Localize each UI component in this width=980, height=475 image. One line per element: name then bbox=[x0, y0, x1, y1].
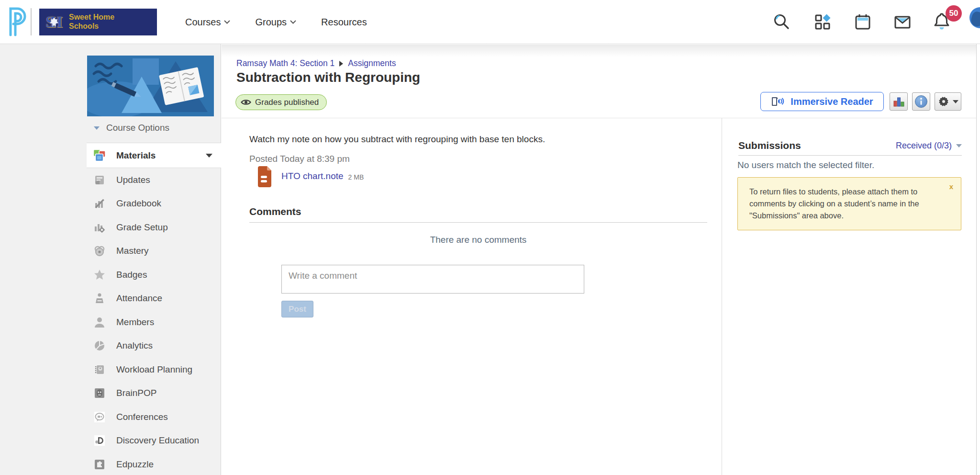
breadcrumb-assignments-link[interactable]: Assignments bbox=[348, 58, 396, 68]
content-panel-divider bbox=[722, 118, 722, 475]
breadcrumb-separator-icon bbox=[339, 61, 343, 67]
attachment-size: 2 MB bbox=[348, 173, 364, 181]
header-content-divider bbox=[222, 118, 976, 118]
attachment-link[interactable]: HTO chart.note bbox=[281, 171, 344, 181]
grades-published-badge: Grades published bbox=[235, 94, 327, 110]
gradebook-icon bbox=[92, 196, 107, 211]
school-crest: SH bbox=[39, 9, 69, 35]
caret-down-icon bbox=[953, 100, 958, 103]
sidebar-item-attendance[interactable]: Attendance bbox=[87, 287, 221, 311]
powerschool-logo[interactable] bbox=[7, 6, 28, 39]
sidebar-item-members[interactable]: Members bbox=[87, 310, 221, 334]
top-gradient bbox=[222, 45, 976, 57]
notification-count-badge[interactable]: 50 bbox=[946, 5, 962, 22]
school-logo[interactable]: SH Sweet Home Schools bbox=[39, 9, 157, 35]
sidebar-item-analytics[interactable]: Analytics bbox=[87, 334, 221, 358]
nav-courses[interactable]: Courses bbox=[185, 17, 230, 28]
sidebar-item-gradebook[interactable]: Gradebook bbox=[87, 192, 221, 216]
comments-heading: Comments bbox=[249, 206, 301, 217]
no-comments-message: There are no comments bbox=[249, 235, 707, 245]
breadcrumb: Ramsay Math 4: Section 1 Assignments bbox=[236, 58, 396, 68]
gear-icon bbox=[938, 96, 949, 107]
course-banner-image bbox=[87, 56, 214, 116]
nav-groups[interactable]: Groups bbox=[255, 17, 296, 28]
sidebar-item-discovery-education[interactable]: Discovery Education bbox=[87, 429, 221, 453]
submissions-header: Submissions Received (0/3) bbox=[738, 140, 962, 151]
caret-down-icon bbox=[206, 154, 212, 158]
attachment-row: HTO chart.note 2 MB bbox=[256, 165, 364, 187]
conferences-icon bbox=[92, 410, 107, 424]
apps-grid-icon[interactable] bbox=[813, 12, 832, 32]
comments-divider bbox=[249, 222, 707, 223]
sidebar-item-brainpop[interactable]: BrainPOP bbox=[87, 382, 221, 406]
sidebar-item-conferences[interactable]: Conferences bbox=[87, 405, 221, 429]
course-options-toggle[interactable]: Course Options bbox=[94, 123, 169, 133]
mail-icon[interactable] bbox=[893, 12, 912, 32]
updates-icon bbox=[92, 173, 107, 187]
submissions-divider bbox=[738, 155, 962, 156]
info-icon bbox=[915, 95, 927, 108]
caret-down-icon bbox=[94, 126, 100, 130]
discovery-education-icon bbox=[92, 433, 107, 448]
mastery-icon bbox=[92, 244, 107, 258]
return-files-notice: x To return files to students, please at… bbox=[737, 177, 961, 230]
wolf-emblem-icon bbox=[49, 17, 59, 28]
attendance-icon bbox=[92, 291, 107, 305]
page-title: Subtraction with Regrouping bbox=[236, 70, 420, 85]
post-comment-button[interactable]: Post bbox=[281, 301, 313, 317]
notice-text: To return files to students, please atta… bbox=[749, 187, 919, 220]
sidebar-item-badges[interactable]: Badges bbox=[87, 263, 221, 287]
sidebar-item-mastery[interactable]: Mastery bbox=[87, 239, 221, 263]
members-icon bbox=[92, 315, 107, 329]
breadcrumb-course-link[interactable]: Ramsay Math 4: Section 1 bbox=[236, 58, 334, 68]
avatar[interactable] bbox=[969, 7, 980, 28]
assignment-description: Watch my note on how you subtract with r… bbox=[249, 134, 545, 145]
workload-planning-icon bbox=[92, 362, 107, 377]
comment-input[interactable] bbox=[281, 265, 584, 294]
chevron-down-icon bbox=[224, 20, 230, 24]
statistics-button[interactable] bbox=[890, 92, 908, 111]
sidebar-item-grade-setup[interactable]: Grade Setup bbox=[87, 215, 221, 239]
bar-chart-icon bbox=[892, 95, 905, 108]
top-header: SH Sweet Home Schools Courses Groups Res… bbox=[0, 0, 980, 44]
eye-icon bbox=[241, 99, 251, 106]
notice-close-button[interactable]: x bbox=[949, 181, 953, 192]
page-right-border bbox=[976, 44, 977, 475]
caret-down-icon bbox=[956, 144, 962, 147]
info-button[interactable] bbox=[912, 92, 930, 111]
nav-resources[interactable]: Resources bbox=[321, 17, 367, 28]
sidebar-item-workload-planning[interactable]: Workload Planning bbox=[87, 358, 221, 382]
calendar-icon[interactable] bbox=[853, 12, 872, 32]
primary-nav: Courses Groups Resources bbox=[185, 0, 367, 44]
posted-timestamp: Posted Today at 8:39 pm bbox=[249, 154, 350, 164]
chevron-down-icon bbox=[290, 20, 296, 24]
immersive-reader-icon bbox=[771, 96, 785, 107]
immersive-reader-button[interactable]: Immersive Reader bbox=[760, 92, 884, 111]
brand-divider bbox=[31, 8, 32, 35]
submissions-empty-message: No users match the selected filter. bbox=[737, 160, 874, 170]
course-sidebar: Course Options Materials Updates bbox=[0, 44, 221, 475]
file-note-icon bbox=[256, 165, 274, 187]
sidebar-nav-list: Updates Gradebook Grade Setup Mastery bbox=[87, 168, 221, 475]
materials-icon bbox=[92, 148, 107, 163]
sidebar-item-updates[interactable]: Updates bbox=[87, 168, 221, 192]
search-icon[interactable] bbox=[772, 12, 791, 32]
badges-star-icon bbox=[92, 268, 107, 282]
settings-button[interactable] bbox=[935, 92, 961, 111]
sidebar-item-materials[interactable]: Materials bbox=[87, 143, 221, 168]
submissions-heading: Submissions bbox=[738, 140, 801, 151]
grade-setup-icon bbox=[92, 220, 107, 235]
edpuzzle-icon bbox=[92, 457, 107, 472]
schoology-assignment-page: SH Sweet Home Schools Courses Groups Res… bbox=[0, 0, 980, 475]
analytics-pie-icon bbox=[92, 339, 107, 353]
brainpop-icon bbox=[92, 386, 107, 400]
sidebar-item-edpuzzle[interactable]: Edpuzzle bbox=[87, 452, 221, 475]
school-name: Sweet Home Schools bbox=[69, 12, 114, 32]
submissions-filter-dropdown[interactable]: Received (0/3) bbox=[896, 141, 962, 151]
